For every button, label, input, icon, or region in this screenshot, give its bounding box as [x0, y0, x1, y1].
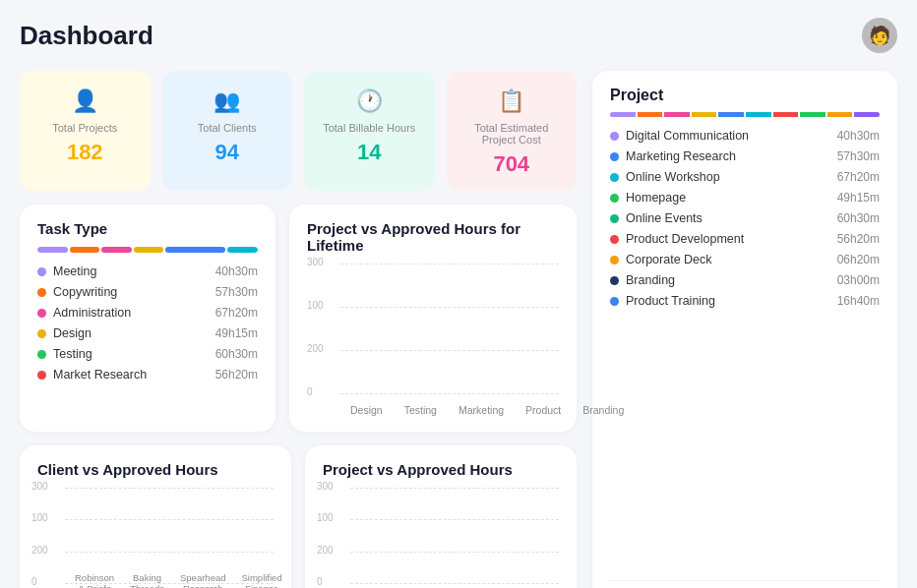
task-hours: 60h30m: [215, 347, 258, 361]
task-name: Meeting: [53, 265, 96, 278]
project-panel-title: Project: [610, 87, 880, 104]
task-dot: [37, 309, 46, 318]
task-dot: [37, 371, 46, 380]
main-grid: 👤 Total Projects 182 👥 Total Clients 94 …: [20, 71, 897, 588]
project-list: Digital Communication 40h30m Marketing R…: [610, 129, 880, 570]
chart1-x-labels: DesignTestingMarketingProductBranding: [350, 404, 549, 416]
task-dot: [37, 267, 46, 276]
stat-card-hours: 🕐 Total Billable Hours 14: [304, 71, 435, 191]
project-hours: 56h20m: [837, 232, 880, 246]
task-type-title: Task Type: [37, 220, 258, 237]
project-dot: [610, 152, 619, 161]
task-list: Meeting 40h30m Copywriting 57h30m Admini…: [37, 265, 258, 382]
chart-x-label: Design: [350, 404, 383, 416]
project-hours: 16h40m: [837, 294, 880, 308]
project-hours: 03h00m: [837, 273, 880, 287]
task-dot: [37, 350, 46, 359]
chart-y-label: 300: [307, 257, 324, 267]
chart1-title: Project vs Approved Hours for Lifetime: [307, 220, 559, 254]
show-all-button[interactable]: Show all →: [610, 580, 880, 588]
chart-x-label: Branding: [582, 404, 624, 416]
task-name: Market Research: [53, 368, 147, 382]
mid-row: Task Type Meeting 40h30m Copywriting 57h…: [20, 205, 577, 432]
cost-icon: 📋: [498, 88, 524, 114]
project-row: Homepage 49h15m: [610, 191, 880, 205]
project-name: Online Workshop: [626, 170, 720, 184]
task-hours: 57h30m: [215, 285, 258, 299]
project-name: Branding: [626, 273, 675, 287]
project-row: Marketing Research 57h30m: [610, 149, 880, 163]
task-hours: 49h15m: [215, 326, 258, 340]
chart-y-label: 200: [31, 545, 48, 556]
chart3-title: Project vs Approved Hours: [323, 461, 559, 478]
project-name: Product Training: [626, 294, 715, 308]
project-hours: 57h30m: [837, 149, 880, 163]
task-type-color-bar: [37, 247, 258, 253]
project-dot: [610, 173, 619, 182]
task-type-card: Task Type Meeting 40h30m Copywriting 57h…: [20, 205, 275, 432]
chart3-card: Project vs Approved Hours 3001002000 Des…: [305, 445, 577, 588]
chart-y-label: 0: [307, 386, 313, 397]
chart-x-label: Testing: [404, 404, 437, 416]
project-hours: 67h20m: [837, 170, 880, 184]
chart-y-label: 100: [307, 300, 324, 311]
task-name: Design: [53, 326, 92, 340]
chart-y-label: 100: [317, 512, 334, 523]
project-dot: [610, 276, 619, 285]
chart-x-label: Spearhead Research: [180, 572, 225, 588]
task-hours: 67h20m: [215, 306, 258, 320]
projects-value: 182: [67, 140, 103, 165]
project-row: Digital Communication 40h30m: [610, 129, 880, 143]
task-hours: 56h20m: [215, 368, 258, 382]
chart2-x-labels: Robinson & BriefsBaking ThreadsSpearhead…: [75, 572, 268, 588]
avatar[interactable]: 🧑: [862, 18, 897, 53]
hours-value: 14: [357, 140, 381, 165]
task-name: Testing: [53, 347, 92, 361]
project-row: Online Events 60h30m: [610, 211, 880, 225]
stat-card-projects: 👤 Total Projects 182: [20, 71, 151, 191]
project-hours: 40h30m: [837, 129, 880, 143]
project-hours: 49h15m: [837, 191, 880, 205]
chart2-card: Client vs Approved Hours 3001002000 Robi…: [20, 445, 291, 588]
stat-card-cost: 📋 Total Estimated Project Cost 704: [447, 71, 578, 191]
task-hours: 40h30m: [215, 265, 258, 278]
stats-row: 👤 Total Projects 182 👥 Total Clients 94 …: [20, 71, 577, 191]
project-panel: Project Digital Communication 40h30m Mar…: [592, 71, 897, 588]
project-name: Corporate Deck: [626, 253, 712, 266]
projects-icon: 👤: [72, 88, 98, 114]
chart-y-label: 300: [31, 481, 48, 492]
projects-label: Total Projects: [52, 122, 117, 134]
task-dot: [37, 329, 46, 338]
stat-card-clients: 👥 Total Clients 94: [162, 71, 293, 191]
project-hours: 60h30m: [837, 211, 880, 225]
project-dot: [610, 214, 619, 223]
task-row: Testing 60h30m: [37, 347, 258, 361]
task-row: Design 49h15m: [37, 326, 258, 340]
clients-icon: 👥: [214, 88, 240, 114]
project-name: Digital Communication: [626, 129, 749, 143]
hours-label: Total Billable Hours: [323, 122, 415, 134]
chart-y-label: 200: [307, 343, 324, 354]
task-name: Copywriting: [53, 285, 117, 299]
chart2-area: 3001002000 Robinson & BriefsBaking Threa…: [37, 488, 274, 588]
bottom-row: Client vs Approved Hours 3001002000 Robi…: [20, 445, 577, 588]
project-hours: 06h20m: [837, 253, 880, 266]
cost-label: Total Estimated Project Cost: [462, 122, 562, 146]
chart-y-label: 0: [31, 576, 37, 587]
chart-x-label: Marketing: [458, 404, 504, 416]
task-dot: [37, 288, 46, 297]
project-dot: [610, 132, 619, 141]
cost-value: 704: [493, 151, 529, 177]
project-dot: [610, 256, 619, 265]
chart2-bars: [75, 488, 268, 584]
clients-value: 94: [215, 140, 239, 165]
chart2-title: Client vs Approved Hours: [37, 461, 274, 478]
chart-x-label: Robinson & Briefs: [75, 572, 114, 588]
project-row: Branding 03h00m: [610, 273, 880, 287]
task-row: Administration 67h20m: [37, 306, 258, 320]
left-column: 👤 Total Projects 182 👥 Total Clients 94 …: [20, 71, 577, 588]
chart1-card: Project vs Approved Hours for Lifetime 3…: [289, 205, 577, 432]
chart-x-label: Simplified Finance Co: [241, 572, 281, 588]
project-dot: [610, 194, 619, 203]
clients-label: Total Clients: [198, 122, 257, 134]
